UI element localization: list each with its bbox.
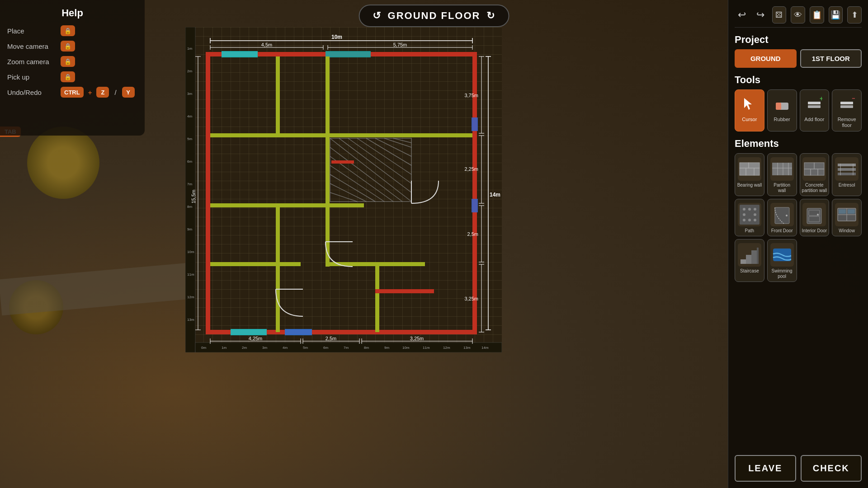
swimming-pool-element[interactable]: Swimming pool [767,239,797,282]
svg-text:11m: 11m [423,346,430,350]
first-floor-button[interactable]: 1ST FLOOR [800,49,862,68]
svg-text:9m: 9m [187,227,192,231]
clipboard-button[interactable]: 📋 [810,6,824,23]
rubber-tool[interactable]: Rubber [767,89,797,131]
svg-text:15,5m: 15,5m [191,190,196,204]
add-floor-label: Add floor [804,117,824,122]
svg-rect-170 [741,259,746,264]
bearing-wall-element[interactable]: Bearing wall [735,153,764,196]
svg-rect-150 [740,205,760,225]
leave-button[interactable]: LEAVE [735,455,796,482]
svg-text:12m: 12m [187,295,194,299]
svg-rect-173 [757,248,759,264]
project-title: Project [735,34,862,46]
concrete-wall-icon [802,157,826,181]
svg-text:1m: 1m [187,47,192,51]
tree-decoration [27,127,99,199]
window-icon [835,203,859,226]
svg-line-54 [339,138,411,192]
concrete-wall-element[interactable]: Concrete partition wall [800,153,830,196]
svg-rect-34 [222,51,258,57]
floor-indicator: ↺ GROUND FLOOR ↻ [359,5,509,27]
svg-rect-38 [231,329,267,335]
svg-rect-67 [331,160,354,164]
svg-rect-32 [206,52,210,334]
add-floor-tool[interactable]: + Add floor [800,89,830,131]
svg-text:5m: 5m [303,346,308,350]
svg-point-156 [743,219,745,221]
dice-button[interactable]: ⚄ [772,6,787,23]
svg-marker-119 [744,98,752,110]
entresol-label: Entresol [839,183,855,188]
interior-door-element[interactable]: Interior Door [800,199,830,236]
svg-rect-48 [326,206,330,267]
road-decoration [0,263,191,315]
path-icon [738,203,761,226]
window-label: Window [839,228,855,234]
entresol-icon [835,157,859,181]
svg-text:3,25m: 3,25m [410,336,424,341]
svg-line-64 [330,174,375,202]
bottom-buttons: LEAVE CHECK [735,455,862,482]
remove-floor-tool[interactable]: − Remove floor [832,89,862,131]
undo-button[interactable]: ↩ [735,6,749,23]
window-element[interactable]: Window [832,199,862,236]
svg-rect-168 [839,209,846,214]
swimming-pool-label: Swimming pool [769,268,795,279]
key-place: 🔒 [61,25,75,36]
svg-rect-126 [840,102,853,104]
svg-rect-51 [375,289,434,293]
check-button[interactable]: CHECK [801,455,862,482]
svg-text:5m: 5m [187,137,192,141]
ground-floor-button[interactable]: GROUND [735,49,797,68]
help-label-move: Move camera [7,42,57,50]
key-slash: / [114,89,116,96]
help-label-place: Place [7,27,57,35]
svg-text:10m: 10m [402,346,410,350]
front-door-element[interactable]: Front Door [767,199,797,236]
staircase-element[interactable]: Staircase [735,239,764,282]
floor-next-icon[interactable]: ↻ [486,10,495,22]
svg-point-155 [754,213,756,216]
svg-rect-50 [375,264,379,332]
svg-point-158 [754,219,756,221]
path-label: Path [745,228,755,234]
path-element[interactable]: Path [735,199,764,236]
cursor-tool[interactable]: Cursor [735,89,764,131]
key-y: Y [122,87,135,98]
svg-rect-37 [472,199,478,212]
key-pickup: 🔒 [61,71,75,82]
rubber-label: Rubber [774,117,790,122]
cursor-label: Cursor [742,117,757,122]
floor-refresh-icon[interactable]: ↺ [373,10,382,22]
help-label-undo: Undo/Redo [7,89,57,96]
remove-floor-label: Remove floor [834,117,859,128]
svg-point-151 [743,208,745,211]
svg-text:3,25m: 3,25m [464,296,478,301]
right-panel: ↩ ↪ ⚄ 👁 📋 💾 ⬆ Project GROUND 1ST FLOOR T… [728,0,868,488]
save-button[interactable]: 💾 [829,6,843,23]
project-section: Project GROUND 1ST FLOOR [735,34,862,68]
eye-button[interactable]: 👁 [791,6,805,23]
svg-line-57 [366,138,411,165]
svg-text:−: − [852,96,855,102]
svg-rect-46 [276,206,280,267]
partition-wall-element[interactable]: Partition wall [767,153,797,196]
svg-text:13m: 13m [463,346,471,350]
svg-point-160 [786,215,788,216]
export-button[interactable]: ⬆ [847,6,862,23]
svg-text:2,5m: 2,5m [326,336,336,341]
svg-text:6m: 6m [323,346,328,350]
tools-grid: Cursor Rubber + [735,89,862,131]
svg-line-66 [330,192,357,202]
svg-line-53 [330,138,411,202]
svg-text:+: + [820,96,822,102]
tools-section: Tools Cursor Rubber [735,74,862,131]
entresol-element[interactable]: Entresol [832,153,862,196]
bearing-wall-label: Bearing wall [737,183,762,188]
svg-text:0m: 0m [201,346,206,350]
bearing-wall-icon [738,157,761,181]
redo-button[interactable]: ↪ [753,6,767,23]
svg-text:10m: 10m [187,250,194,254]
help-title: Help [7,7,137,19]
